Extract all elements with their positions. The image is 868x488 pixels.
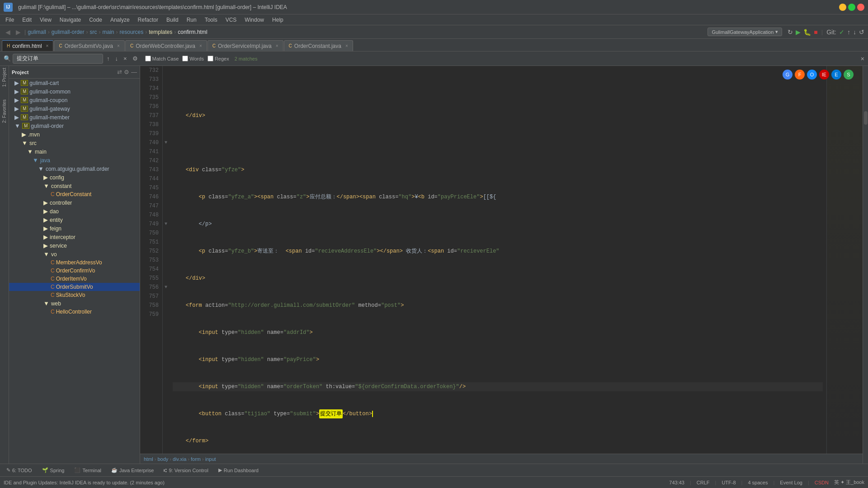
menu-help[interactable]: Help: [269, 16, 287, 24]
tree-item-vo[interactable]: ▼ vo: [9, 250, 140, 258]
menu-analyze[interactable]: Analyze: [107, 16, 133, 24]
firefox-icon[interactable]: F: [795, 70, 805, 80]
tree-item-member-address-vo[interactable]: C MemberAddressVo: [9, 258, 140, 267]
search-next-button[interactable]: ↓: [113, 54, 120, 63]
search-settings-icon[interactable]: ⚙: [131, 54, 140, 63]
tree-item-order-item-vo[interactable]: C OrderItemVo: [9, 275, 140, 283]
opera-icon[interactable]: O: [807, 70, 817, 80]
tree-item-mvn[interactable]: ▶ .mvn: [9, 130, 140, 139]
tree-item-member[interactable]: ▶ M gulimall-member: [9, 113, 140, 122]
breadcrumb-gulimall[interactable]: gulimall: [28, 29, 46, 35]
breadcrumb-src[interactable]: src: [90, 29, 97, 35]
safari-icon[interactable]: S: [844, 70, 854, 80]
tab-order-constant[interactable]: C OrderConstant.java ×: [284, 40, 353, 51]
breadcrumb-confirm[interactable]: confirm.html: [178, 29, 207, 35]
tree-item-main[interactable]: ▼ main: [9, 147, 140, 156]
code-content[interactable]: 732 733 734 735 736 737 738 739 740 741 …: [140, 66, 863, 454]
refresh-icon[interactable]: ↻: [788, 28, 793, 36]
breadcrumb-body[interactable]: body: [157, 456, 168, 462]
tree-item-gateway[interactable]: ▶ M gulimall-gateway: [9, 104, 140, 113]
regex-option[interactable]: Regex: [208, 56, 229, 61]
tab-java-enterprise[interactable]: ☕ Java Enterprise: [107, 466, 158, 474]
tab-close-icon[interactable]: ×: [117, 43, 120, 48]
tree-item-web[interactable]: ▼ web: [9, 299, 140, 308]
run-config-selector[interactable]: GulimallGatewayApplication ▾: [708, 28, 782, 36]
tree-item-feign[interactable]: ▶ feign: [9, 224, 140, 233]
favorites-panel-tab[interactable]: 2: Favorites: [2, 99, 7, 123]
close-panel-icon[interactable]: —: [131, 69, 137, 75]
tab-terminal[interactable]: ⬛ Terminal: [70, 466, 106, 474]
tab-close-icon[interactable]: ×: [276, 43, 278, 48]
menu-build[interactable]: Build: [163, 16, 182, 24]
settings-icon[interactable]: ⚙: [124, 69, 129, 75]
tree-item-java[interactable]: ▼ java: [9, 156, 140, 164]
tab-close-icon[interactable]: ×: [199, 43, 202, 48]
revert-icon[interactable]: ↺: [859, 28, 864, 36]
menu-navigate[interactable]: Navigate: [56, 16, 85, 24]
breadcrumb-order[interactable]: gulimall-order: [52, 29, 85, 35]
tree-item-common[interactable]: ▶ M gulimall-common: [9, 87, 140, 96]
menu-code[interactable]: Code: [85, 16, 106, 24]
tree-item-order-confirm-vo[interactable]: C OrderConfirmVo: [9, 267, 140, 275]
words-option[interactable]: Words: [182, 56, 204, 61]
tree-item-hello-controller[interactable]: C HelloController: [9, 308, 140, 316]
tree-item-interceptor[interactable]: ▶ interceptor: [9, 233, 140, 241]
tree-item-entity[interactable]: ▶ entity: [9, 216, 140, 224]
nav-back-button[interactable]: ◀: [4, 28, 12, 36]
git-pull-icon[interactable]: ↓: [853, 28, 856, 36]
close-search-button[interactable]: ×: [861, 55, 864, 62]
tree-item-cart[interactable]: ▶ M gulimall-cart: [9, 79, 140, 87]
nav-forward-button[interactable]: ▶: [14, 28, 23, 36]
tree-item-constant[interactable]: ▼ constant: [9, 182, 140, 190]
breadcrumb-main[interactable]: main: [103, 29, 114, 35]
maximize-button[interactable]: [848, 4, 855, 11]
search-input[interactable]: [13, 54, 103, 64]
menu-edit[interactable]: Edit: [19, 16, 35, 24]
tab-close-icon[interactable]: ×: [46, 43, 49, 48]
menu-vcs[interactable]: VCS: [222, 16, 241, 24]
run-icon[interactable]: ▶: [796, 28, 801, 36]
breadcrumb-html[interactable]: html: [144, 456, 153, 462]
chrome-icon[interactable]: G: [783, 70, 793, 80]
tree-item-order[interactable]: ▼ M gulimall-order: [9, 122, 140, 130]
tab-spring[interactable]: 🌱 Spring: [38, 466, 69, 474]
tab-close-icon[interactable]: ×: [345, 43, 348, 48]
menu-file[interactable]: File: [2, 16, 18, 24]
tab-run-dashboard[interactable]: ▶ Run Dashboard: [214, 466, 263, 474]
menu-tools[interactable]: Tools: [201, 16, 221, 24]
tree-item-order-constant[interactable]: C OrderConstant: [9, 190, 140, 198]
tab-order-submit-vo[interactable]: C OrderSubmitVo.java ×: [54, 40, 124, 51]
tab-version-control[interactable]: ⑆ 9: Version Control: [159, 466, 212, 474]
search-prev-button[interactable]: ↑: [105, 54, 112, 63]
tree-item-dao[interactable]: ▶ dao: [9, 207, 140, 216]
tree-item-src[interactable]: ▼ src: [9, 139, 140, 147]
tree-item-sku-stock-vo[interactable]: C SkuStockVo: [9, 291, 140, 299]
regex-checkbox[interactable]: [208, 56, 213, 61]
user-info[interactable]: 英 ✦ 王_book: [834, 479, 864, 486]
tree-item-controller[interactable]: ▶ controller: [9, 198, 140, 207]
close-button[interactable]: [857, 4, 864, 11]
breadcrumb-templates[interactable]: templates: [149, 29, 172, 35]
git-commit-icon[interactable]: ✓: [839, 28, 844, 36]
encoding[interactable]: UTF-8: [722, 480, 736, 485]
minimize-button[interactable]: [839, 4, 846, 11]
tab-todo[interactable]: ✎ 6: TODO: [2, 466, 37, 474]
tree-item-config[interactable]: ▶ config: [9, 173, 140, 182]
csdn-link[interactable]: CSDN: [815, 480, 829, 485]
breadcrumb-form[interactable]: form: [191, 456, 201, 462]
project-panel-tab[interactable]: 1: Project: [2, 68, 7, 87]
search-clear-button[interactable]: ×: [122, 54, 129, 63]
tree-item-package[interactable]: ▼ com.atguigu.gulimall.order: [9, 164, 140, 173]
debug-icon[interactable]: 🐛: [803, 28, 811, 36]
match-case-checkbox[interactable]: [145, 56, 151, 61]
match-case-option[interactable]: Match Case: [145, 56, 179, 61]
tree-item-coupon[interactable]: ▶ M gulimall-coupon: [9, 96, 140, 104]
scroll-thumb[interactable]: [864, 111, 868, 125]
cursor-position[interactable]: 743:43: [669, 480, 684, 485]
tree-item-order-submit-vo[interactable]: C OrderSubmitVo: [9, 283, 140, 291]
line-separator[interactable]: CRLF: [697, 480, 710, 485]
git-push-icon[interactable]: ↑: [847, 28, 850, 36]
breadcrumb-div-xia[interactable]: div.xia: [173, 456, 186, 462]
tab-confirm-html[interactable]: H confirm.html ×: [2, 40, 53, 51]
words-checkbox[interactable]: [182, 56, 188, 61]
